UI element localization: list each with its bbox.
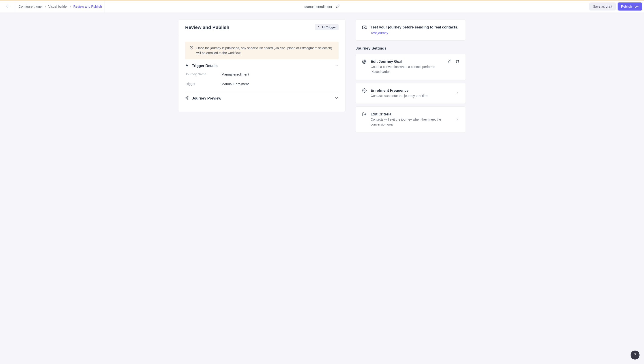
exit-criteria-card[interactable]: Exit Criteria Contacts will exit the jou… [356, 107, 466, 133]
test-journey-link[interactable]: Test journey [370, 31, 388, 35]
chevron-up-icon [334, 64, 338, 68]
svg-marker-5 [186, 64, 188, 67]
edit-title-button[interactable] [336, 5, 340, 9]
publish-now-button[interactable]: Publish now [618, 3, 642, 11]
review-heading: Review and Publish [185, 25, 229, 30]
enrolment-freq-content: Enrolment Frequency Contacts can enter t… [370, 88, 451, 98]
main-content: Review and Publish All Trigger Once the … [160, 13, 484, 139]
arrow-left-icon [6, 5, 10, 9]
chevron-right-icon: › [45, 5, 46, 8]
back-button-wrap [0, 1, 16, 13]
breadcrumb-item-visual-builder[interactable]: Visual builder [48, 5, 68, 8]
delete-goal-button[interactable] [456, 59, 459, 64]
chevron-down-icon [334, 96, 338, 101]
journey-settings-heading: Journey Settings [356, 46, 466, 51]
gear-icon [362, 88, 366, 98]
svg-point-14 [363, 61, 366, 63]
journey-preview-title: Journey Preview [192, 96, 332, 100]
exit-criteria-content: Exit Criteria Contacts will exit the jou… [370, 112, 451, 127]
journey-name-label: Journey Name [185, 72, 222, 76]
topbar: Configure trigger › Visual builder › Rev… [0, 0, 644, 13]
breadcrumb: Configure trigger › Visual builder › Rev… [16, 1, 105, 13]
journey-title: Manual enrollment [304, 5, 332, 9]
page-title-block: Manual enrollment [304, 5, 340, 9]
enrolment-freq-title: Enrolment Frequency [370, 88, 451, 93]
chevron-right-icon [455, 91, 459, 96]
journey-name-value: Manual enrollment [222, 72, 249, 76]
info-banner: Once the journey is published, any speci… [185, 42, 338, 59]
pencil-icon [336, 5, 340, 9]
exit-icon [362, 112, 366, 127]
exit-criteria-title: Exit Criteria [370, 112, 451, 116]
edit-goal-sub: Count a conversion when a contact perfor… [370, 65, 444, 74]
trigger-details-title: Trigger Details [192, 64, 332, 68]
all-trigger-button[interactable]: All Trigger [315, 24, 338, 30]
trigger-value: Manual Enrolment [222, 82, 249, 86]
alert-circle-icon [190, 46, 193, 56]
target-icon [362, 59, 366, 74]
test-journey-content: Test your journey before sending to real… [370, 25, 459, 35]
journey-name-row: Journey Name Manual enrollment [185, 71, 338, 78]
back-button[interactable] [6, 4, 10, 9]
exit-criteria-sub: Contacts will exit the journey when they… [370, 117, 451, 127]
enrolment-freq-sub: Contacts can enter the journey one time [370, 94, 451, 98]
right-column: Test your journey before sending to real… [356, 20, 466, 133]
share-nodes-icon [185, 96, 189, 101]
goal-actions [448, 59, 459, 64]
review-card: Review and Publish All Trigger Once the … [178, 20, 346, 112]
bolt-icon [318, 26, 320, 29]
left-column: Review and Publish All Trigger Once the … [178, 20, 346, 112]
review-card-body: Once the journey is published, any speci… [178, 35, 345, 112]
breadcrumb-item-configure[interactable]: Configure trigger [18, 5, 43, 8]
edit-goal-card: Edit Journey Goal Count a conversion whe… [356, 54, 466, 80]
svg-marker-1 [318, 26, 320, 28]
pencil-icon [448, 60, 452, 64]
svg-point-13 [362, 60, 366, 64]
all-trigger-label: All Trigger [322, 26, 336, 29]
test-journey-card: Test your journey before sending to real… [356, 20, 466, 41]
trigger-label: Trigger [185, 82, 222, 86]
journey-preview-toggle[interactable]: Journey Preview [185, 96, 338, 101]
svg-point-15 [364, 61, 365, 62]
trigger-details-toggle[interactable]: Trigger Details [185, 64, 338, 68]
top-actions: Save as draft Publish now [589, 3, 644, 11]
test-journey-title: Test your journey before sending to real… [370, 25, 459, 29]
review-card-header: Review and Publish All Trigger [178, 20, 345, 35]
edit-goal-content: Edit Journey Goal Count a conversion whe… [370, 59, 444, 74]
edit-goal-button[interactable] [448, 59, 452, 64]
mail-send-icon [362, 25, 366, 35]
journey-preview-panel: Journey Preview [185, 92, 338, 105]
save-draft-button[interactable]: Save as draft [589, 3, 616, 11]
svg-point-16 [364, 90, 365, 91]
trash-icon [456, 60, 459, 64]
svg-line-9 [186, 97, 188, 98]
enrolment-freq-card[interactable]: Enrolment Frequency Contacts can enter t… [356, 83, 466, 104]
chevron-right-icon: › [70, 5, 71, 8]
banner-text: Once the journey is published, any speci… [196, 46, 334, 56]
chevron-right-icon [455, 117, 459, 122]
edit-goal-title: Edit Journey Goal [370, 59, 444, 64]
trigger-row: Trigger Manual Enrolment [185, 80, 338, 88]
breadcrumb-item-review[interactable]: Review and Publish [73, 5, 102, 8]
bolt-icon [185, 64, 189, 68]
trigger-details-panel: Trigger Details Journey Name Manual enro… [185, 59, 338, 92]
svg-line-10 [186, 98, 188, 99]
